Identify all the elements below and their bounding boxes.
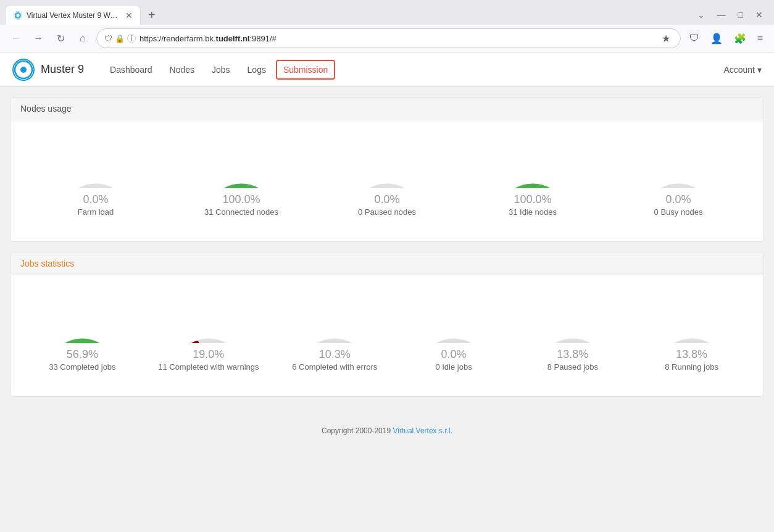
refresh-button[interactable]: ↻ xyxy=(52,30,69,47)
gauge-farm-load: 0.0% Farm load xyxy=(52,145,139,217)
gauge-paused-jobs: 13.8% 8 Paused jobs xyxy=(530,300,616,372)
lock-icon: 🔒 xyxy=(115,34,125,43)
gauge-label-paused-jobs: 13.8% 8 Paused jobs xyxy=(547,348,598,372)
gauge-percent-completed-warnings: 19.0% xyxy=(158,348,259,361)
gauge-container-idle-jobs xyxy=(417,300,491,343)
gauge-container-running-jobs xyxy=(655,300,729,343)
gauge-container-farm-load xyxy=(59,145,133,188)
jobs-statistics-body: 56.9% 33 Completed jobs 19.0% 11 Com xyxy=(10,275,764,396)
shield-icon: 🛡 xyxy=(104,34,112,43)
gauge-percent-paused-nodes: 0.0% xyxy=(358,193,416,206)
gauge-container-connected-nodes xyxy=(204,145,278,188)
browser-tabs: Virtual Vertex Muster 9 Web co: ✕ + ⌄ — … xyxy=(0,0,774,25)
nodes-usage-header: Nodes usage xyxy=(10,98,764,120)
tab-favicon xyxy=(13,10,23,20)
jobs-statistics-title: Jobs statistics xyxy=(20,259,754,268)
gauge-busy-nodes: 0.0% 0 Busy nodes xyxy=(635,145,722,217)
nav-item-nodes[interactable]: Nodes xyxy=(162,60,202,80)
security-icons: 🛡 🔒 i xyxy=(104,34,136,43)
gauge-percent-running-jobs: 13.8% xyxy=(665,348,718,361)
gauge-desc-completed-jobs: 33 Completed jobs xyxy=(49,362,115,372)
gauge-percent-completed-jobs: 56.9% xyxy=(49,348,115,361)
close-button[interactable]: ✕ xyxy=(752,9,767,21)
bookmark-button[interactable]: ★ xyxy=(659,30,673,47)
gauge-container-idle-nodes xyxy=(496,145,570,188)
app-name: Muster 9 xyxy=(41,63,84,76)
gauge-desc-farm-load: Farm load xyxy=(78,207,114,217)
browser-chrome: Virtual Vertex Muster 9 Web co: ✕ + ⌄ — … xyxy=(0,0,774,52)
gauge-desc-running-jobs: 8 Running jobs xyxy=(665,362,718,372)
back-button[interactable]: ← xyxy=(7,30,25,47)
gauge-completed-errors: 10.3% 6 Completed with errors xyxy=(291,300,378,372)
nav-item-dashboard[interactable]: Dashboard xyxy=(102,60,160,80)
gauge-container-completed-warnings xyxy=(172,300,246,343)
info-icon: i xyxy=(127,34,136,43)
nav-item-jobs[interactable]: Jobs xyxy=(204,60,238,80)
tab-close-button[interactable]: ✕ xyxy=(125,11,133,20)
gauge-percent-idle-nodes: 100.0% xyxy=(509,193,557,206)
footer-link[interactable]: Virtual Vertex s.r.l. xyxy=(393,426,452,435)
gauge-label-idle-jobs: 0.0% 0 Idle jobs xyxy=(435,348,472,372)
shield-account-icon[interactable]: 🛡 xyxy=(686,30,703,46)
app-header: Muster 9 Dashboard Nodes Jobs Logs Submi… xyxy=(0,52,774,87)
account-chevron-icon: ▾ xyxy=(757,65,762,75)
nodes-usage-card: Nodes usage 0.0% Farm load xyxy=(10,97,764,242)
nav-item-logs[interactable]: Logs xyxy=(240,60,273,80)
gauge-completed-warnings: 19.0% 11 Completed with warnings xyxy=(158,300,259,372)
gauge-running-jobs: 13.8% 8 Running jobs xyxy=(649,300,735,372)
nodes-usage-body: 0.0% Farm load 100.0% 31 Connected n xyxy=(10,120,764,241)
app-logo: Muster 9 xyxy=(12,59,84,81)
gauge-label-running-jobs: 13.8% 8 Running jobs xyxy=(665,348,718,372)
home-button[interactable]: ⌂ xyxy=(74,30,91,47)
jobs-gauges-row: 56.9% 33 Completed jobs 19.0% 11 Com xyxy=(23,288,751,384)
footer: Copyright 2000-2019 Virtual Vertex s.r.l… xyxy=(0,417,774,445)
gauge-container-paused-nodes xyxy=(350,145,424,188)
gauge-percent-farm-load: 0.0% xyxy=(78,193,114,206)
new-tab-button[interactable]: + xyxy=(143,6,160,25)
minimize-button[interactable]: — xyxy=(714,9,730,21)
svg-point-1 xyxy=(17,14,20,17)
window-controls: ⌄ — □ ✕ xyxy=(694,9,769,21)
jobs-statistics-header: Jobs statistics xyxy=(10,252,764,275)
gauge-container-completed-jobs xyxy=(45,300,119,343)
gauge-percent-connected-nodes: 100.0% xyxy=(204,193,278,206)
url-display: https://renderfarm.bk.tudelft.nl:9891/# xyxy=(139,34,655,43)
jobs-statistics-card: Jobs statistics 56.9% 33 Completed jobs xyxy=(10,252,764,397)
gauge-container-busy-nodes xyxy=(641,145,715,188)
svg-point-3 xyxy=(20,67,27,73)
gauge-percent-idle-jobs: 0.0% xyxy=(435,348,472,361)
url-domain: tudelft.nl xyxy=(216,34,250,43)
gauge-desc-busy-nodes: 0 Busy nodes xyxy=(654,207,703,217)
gauge-label-completed-jobs: 56.9% 33 Completed jobs xyxy=(49,348,115,372)
main-content: Nodes usage 0.0% Farm load xyxy=(0,87,774,417)
nav-item-submission[interactable]: Submission xyxy=(276,60,335,80)
gauge-desc-completed-warnings: 11 Completed with warnings xyxy=(158,362,259,372)
gauge-desc-idle-jobs: 0 Idle jobs xyxy=(435,362,472,372)
footer-text: Copyright 2000-2019 xyxy=(322,426,393,435)
app-logo-icon xyxy=(12,59,35,81)
profile-button[interactable]: 👤 xyxy=(707,30,726,47)
gauge-label-idle-nodes: 100.0% 31 Idle nodes xyxy=(509,193,557,217)
active-tab[interactable]: Virtual Vertex Muster 9 Web co: ✕ xyxy=(5,5,141,25)
gauge-idle-nodes: 100.0% 31 Idle nodes xyxy=(489,145,576,217)
gauge-label-completed-warnings: 19.0% 11 Completed with warnings xyxy=(158,348,259,372)
gauge-connected-nodes: 100.0% 31 Connected nodes xyxy=(198,145,285,217)
gauge-label-farm-load: 0.0% Farm load xyxy=(78,193,114,217)
tab-title: Virtual Vertex Muster 9 Web co: xyxy=(27,11,122,20)
nodes-gauges-row: 0.0% Farm load 100.0% 31 Connected n xyxy=(23,133,751,229)
maximize-button[interactable]: □ xyxy=(734,9,747,21)
nodes-usage-title: Nodes usage xyxy=(20,104,754,114)
gauge-desc-idle-nodes: 31 Idle nodes xyxy=(509,207,557,217)
gauge-desc-connected-nodes: 31 Connected nodes xyxy=(204,207,278,217)
extensions-button[interactable]: 🧩 xyxy=(730,30,750,47)
chevron-down-icon[interactable]: ⌄ xyxy=(694,9,709,21)
gauge-percent-paused-jobs: 13.8% xyxy=(547,348,598,361)
account-button[interactable]: Account ▾ xyxy=(723,65,762,75)
forward-button[interactable]: → xyxy=(30,30,47,47)
menu-button[interactable]: ≡ xyxy=(754,30,767,46)
gauge-completed-jobs: 56.9% 33 Completed jobs xyxy=(39,300,125,372)
gauge-label-busy-nodes: 0.0% 0 Busy nodes xyxy=(654,193,703,217)
gauge-desc-paused-jobs: 8 Paused jobs xyxy=(547,362,598,372)
toolbar-right: 🛡 👤 🧩 ≡ xyxy=(686,30,767,47)
address-bar[interactable]: 🛡 🔒 i https://renderfarm.bk.tudelft.nl:9… xyxy=(96,28,681,48)
